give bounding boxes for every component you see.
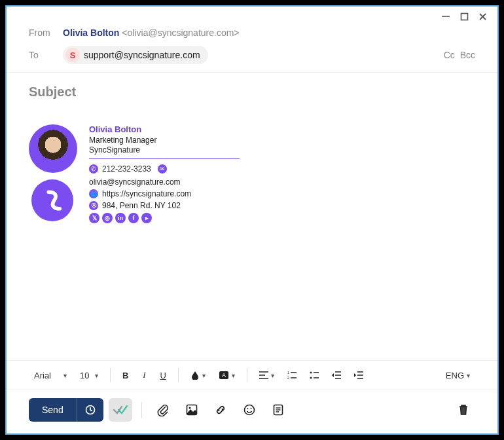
signature-avatar [29,124,77,173]
send-button[interactable]: Send [29,398,77,422]
send-button-group: Send [29,398,103,422]
separator [141,402,142,418]
unordered-list-button[interactable] [304,367,324,383]
from-email: <olivia@syncsignature.com> [122,28,239,38]
indent-button[interactable] [349,367,369,383]
recipient-email: support@syncsignature.com [84,50,200,60]
svg-text:2: 2 [287,376,289,379]
svg-point-13 [310,372,312,374]
chevron-down-icon: ▾ [95,372,98,379]
font-family-label: Arial [34,371,51,380]
youtube-icon[interactable]: ▸ [141,213,152,223]
compose-window: From Olivia Bolton <olivia@syncsignature… [5,5,499,435]
signature-website: https://syncsignature.com [102,189,191,198]
chevron-down-icon: ▾ [63,372,67,379]
template-button[interactable] [266,398,290,422]
format-toolbar: Arial ▾ 10 ▾ B I U ▾ A ▾ ▾ 12 [7,360,497,390]
bcc-button[interactable]: Bcc [460,50,475,60]
minimize-button[interactable] [441,12,450,21]
text-color-button[interactable]: ▾ [185,367,211,384]
separator [247,368,247,382]
signature-toggle-button[interactable] [109,398,132,422]
cc-bcc-group: Cc Bcc [444,50,475,60]
svg-rect-1 [461,13,467,20]
image-button[interactable] [180,398,204,422]
globe-icon: 🌐 [89,189,98,198]
location-icon: ⦿ [89,201,98,210]
cc-button[interactable]: Cc [444,50,455,60]
highlight-button[interactable]: A ▾ [213,367,240,384]
language-label: ENG [446,371,464,380]
separator [178,368,179,382]
action-bar: Send [7,390,497,431]
signature-phone: 212-232-3233 [102,164,151,174]
chevron-down-icon: ▾ [467,372,470,379]
double-check-icon [113,404,128,416]
signature-title: Marketing Manager [89,136,240,145]
message-body[interactable]: Olivia Bolton Marketing Manager SyncSign… [7,105,497,360]
signature-company: SyncSignature [89,145,240,155]
svg-point-14 [310,377,312,379]
to-label: To [29,50,63,60]
discard-button[interactable] [452,398,475,422]
underline-button[interactable]: U [154,367,171,384]
signature-socials: 𝕏 ◎ in f ▸ [89,213,240,223]
subject-row [7,73,497,105]
recipient-avatar: S [65,48,80,62]
close-button[interactable] [478,12,487,21]
separator [110,368,111,382]
image-icon [186,404,198,416]
clock-icon [85,405,96,415]
linkedin-icon[interactable]: in [115,213,126,223]
svg-point-26 [244,405,254,415]
chevron-down-icon: ▾ [232,372,235,379]
emoji-button[interactable] [238,398,261,422]
link-button[interactable] [209,398,232,422]
send-label: Send [42,405,63,415]
recipient-chip[interactable]: S support@syncsignature.com [63,46,208,64]
outdent-button[interactable] [327,367,346,383]
svg-point-25 [189,407,190,409]
bold-button[interactable]: B [117,367,134,384]
attach-button[interactable] [151,398,175,422]
link-icon [214,403,227,416]
paperclip-icon [157,403,169,416]
window-titlebar [7,9,497,25]
signature-address: 984, Penn Rd. NY 102 [102,201,181,210]
from-name[interactable]: Olivia Bolton [63,28,119,38]
signature-name: Olivia Bolton [89,124,240,134]
maximize-button[interactable] [459,12,469,21]
svg-point-27 [247,408,248,409]
font-size-label: 10 [80,371,89,380]
from-row: From Olivia Bolton <olivia@syncsignature… [7,25,497,41]
signature-logo [31,179,73,221]
instagram-icon[interactable]: ◎ [102,213,113,223]
email-icon: ✉ [158,164,167,174]
font-family-select[interactable]: Arial ▾ [29,367,72,384]
email-signature: Olivia Bolton Marketing Manager SyncSign… [29,124,475,223]
svg-text:1: 1 [287,371,289,375]
document-icon [272,404,284,416]
to-row: To S support@syncsignature.com Cc Bcc [7,41,497,73]
italic-button[interactable]: I [136,366,152,384]
trash-icon [458,404,469,416]
align-button[interactable]: ▾ [254,367,279,383]
facebook-icon[interactable]: f [128,213,139,223]
language-select[interactable]: ENG ▾ [441,367,475,384]
svg-text:A: A [222,372,226,378]
svg-point-28 [250,408,251,409]
font-size-select[interactable]: 10 ▾ [75,367,103,384]
from-label: From [29,28,63,38]
subject-input[interactable] [29,84,475,100]
phone-icon: ✆ [89,164,98,174]
chevron-down-icon: ▾ [202,372,206,379]
send-options-button[interactable] [77,398,103,422]
ordered-list-button[interactable]: 12 [282,367,302,383]
signature-divider [89,158,240,159]
smile-icon [243,404,255,416]
chevron-down-icon: ▾ [271,372,274,379]
x-icon[interactable]: 𝕏 [89,213,99,223]
signature-email: olivia@syncsignature.com [89,177,181,187]
